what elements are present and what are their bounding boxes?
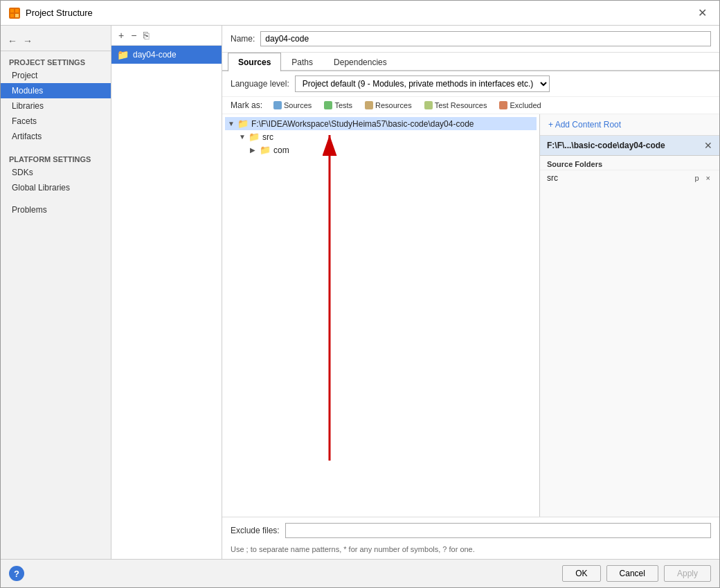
resources-color-dot [365,101,373,109]
tree-com-toggle[interactable]: ▶ [250,146,260,154]
tree-com-folder-icon: 📁 [260,145,271,155]
mark-as-row: Mark as: Sources Tests Resources Test Re… [222,97,719,114]
window-title: Project Structure [26,8,93,18]
tests-color-dot [324,101,332,109]
project-settings-label: Project Settings [1,54,111,68]
info-source-move-up[interactable]: p [692,173,701,183]
annotation-arrow [222,114,539,517]
info-panel: + Add Content Root F:\F\...\basic-code\d… [539,114,719,517]
tree-src-label: src [262,132,273,142]
excluded-color-dot [499,101,507,109]
module-list-area: + − ⎘ 📁 day04-code [111,26,222,559]
svg-rect-2 [10,14,14,17]
sidebar-item-problems[interactable]: Problems [1,202,111,217]
nav-toolbar: ← → [1,31,111,51]
ok-button[interactable]: OK [562,565,600,582]
sidebar-item-project[interactable]: Project [1,68,111,83]
tree-root-label: F:\F\IDEAWorkspace\StudyHeima57\basic-co… [251,119,474,129]
info-source-remove[interactable]: × [704,173,712,183]
tree-root-node[interactable]: ▼ 📁 F:\F\IDEAWorkspace\StudyHeima57\basi… [225,117,537,130]
tabs-row: Sources Paths Dependencies [222,53,719,71]
tree-root-folder-icon: 📁 [237,118,249,129]
module-item-day04-code[interactable]: 📁 day04-code [111,46,222,64]
exclude-row: Exclude files: [222,517,719,544]
info-source-label: src [547,173,558,183]
footer: ? OK Cancel Apply [1,559,719,587]
sidebar: ← → Project Settings Project Modules Lib… [1,26,111,559]
tree-com-label: com [273,145,289,155]
project-structure-dialog: Project Structure ✕ ← → Project Settings… [0,0,720,588]
info-path-close-button[interactable]: ✕ [704,140,712,151]
title-bar: Project Structure ✕ [1,1,719,26]
module-folder-icon: 📁 [117,49,129,60]
exclude-hint: Use ; to separate name patterns, * for a… [222,544,719,559]
back-button[interactable]: ← [6,34,19,48]
sidebar-item-sdks[interactable]: SDKs [1,165,111,180]
main-content: ← → Project Settings Project Modules Lib… [1,26,719,559]
tree-src-node[interactable]: ▼ 📁 src [225,130,537,143]
app-icon [9,8,20,19]
name-label: Name: [231,34,255,44]
module-toolbar: + − ⎘ [111,26,222,46]
name-row: Name: [222,26,719,53]
sidebar-item-artifacts[interactable]: Artifacts [1,129,111,144]
forward-button[interactable]: → [21,34,34,48]
sidebar-item-facets[interactable]: Facets [1,114,111,129]
exclude-input[interactable] [285,523,711,538]
module-item-label: day04-code [133,50,177,60]
info-source-actions: p × [692,173,712,183]
tree-and-info: ▼ 📁 F:\F\IDEAWorkspace\StudyHeima57\basi… [222,114,719,517]
sidebar-item-modules[interactable]: Modules [1,83,111,98]
tree-src-toggle[interactable]: ▼ [239,133,249,141]
tab-dependencies[interactable]: Dependencies [323,53,397,71]
close-button[interactable]: ✕ [694,5,711,21]
name-input[interactable] [260,31,711,46]
sidebar-item-libraries[interactable]: Libraries [1,98,111,114]
info-source-item-src: src p × [540,170,719,186]
lang-row: Language level: Project default (9 - Mod… [222,71,719,97]
copy-module-button[interactable]: ⎘ [141,28,152,42]
mark-as-label: Mark as: [231,100,262,110]
right-panel: Name: Sources Paths Dependencies Languag… [222,26,719,559]
help-button[interactable]: ? [9,566,24,581]
tab-paths[interactable]: Paths [281,53,323,71]
exclude-label: Exclude files: [231,526,280,535]
mark-tests-button[interactable]: Tests [320,100,357,111]
tree-com-node[interactable]: ▶ 📁 com [225,143,537,157]
tree-src-folder-icon: 📁 [249,132,260,142]
mark-sources-button[interactable]: Sources [269,100,316,111]
mark-test-resources-button[interactable]: Test Resources [420,100,492,111]
sidebar-item-global-libraries[interactable]: Global Libraries [1,180,111,195]
mark-excluded-button[interactable]: Excluded [495,100,545,111]
cancel-button[interactable]: Cancel [606,565,658,582]
test-resources-color-dot [424,101,433,109]
lang-label: Language level: [231,79,289,89]
info-path-title: F:\F\...\basic-code\day04-code [547,141,665,150]
tab-sources[interactable]: Sources [228,53,281,71]
platform-settings-label: Platform Settings [1,151,111,165]
svg-rect-1 [15,9,19,12]
tree-area: ▼ 📁 F:\F\IDEAWorkspace\StudyHeima57\basi… [222,114,539,517]
info-path-header: F:\F\...\basic-code\day04-code ✕ [540,136,719,156]
svg-rect-0 [10,9,14,12]
sources-color-dot [273,101,282,109]
lang-select[interactable]: Project default (9 - Modules, private me… [295,75,550,92]
add-module-button[interactable]: + [116,28,127,42]
mark-resources-button[interactable]: Resources [361,100,416,111]
remove-module-button[interactable]: − [128,28,139,42]
svg-rect-3 [15,14,19,17]
add-content-root-button[interactable]: + Add Content Root [540,114,719,136]
tree-root-toggle[interactable]: ▼ [228,120,237,127]
info-section-label: Source Folders [540,156,719,170]
apply-button[interactable]: Apply [664,565,711,582]
